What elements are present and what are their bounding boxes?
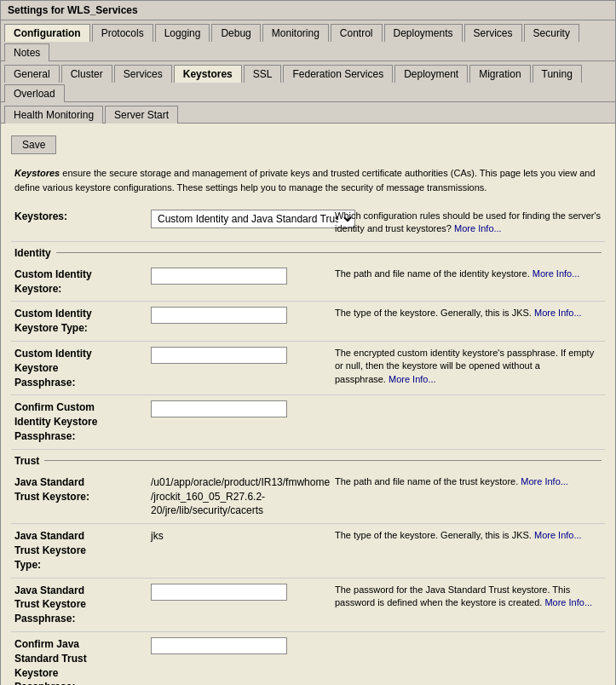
trust-section-divider: Trust (11, 450, 605, 470)
save-button-top[interactable]: Save (11, 135, 56, 154)
custom-identity-keystore-passphrase-control (151, 347, 321, 364)
java-standard-trust-keystore-passphrase-row: Java StandardTrust KeystorePassphrase: T… (11, 579, 605, 632)
java-standard-trust-keystore-passphrase-more[interactable]: More Info... (544, 597, 592, 607)
confirm-custom-identity-keystore-passphrase-row: Confirm CustomIdentity KeystorePassphras… (11, 395, 605, 449)
tab-deployment[interactable]: Deployment (394, 65, 468, 83)
tab-protocols[interactable]: Protocols (92, 24, 153, 42)
tab-control[interactable]: Control (331, 24, 383, 42)
java-standard-trust-keystore-type-value: jks (151, 530, 164, 542)
tab-overload[interactable]: Overload (4, 84, 65, 102)
java-standard-trust-keystore-more[interactable]: More Info... (521, 476, 568, 486)
custom-identity-keystore-more[interactable]: More Info... (533, 268, 580, 279)
custom-identity-keystore-type-control (151, 307, 321, 324)
custom-identity-keystore-type-input[interactable] (151, 307, 287, 324)
description-body: ensure the secure storage and management… (14, 168, 596, 193)
keystores-label: Keystores: (14, 210, 151, 224)
custom-identity-keystore-desc: The path and file name of the identity k… (321, 268, 602, 280)
java-standard-trust-keystore-row: Java StandardTrust Keystore: /u01/app/or… (11, 470, 605, 524)
confirm-java-standard-trust-keystore-passphrase-control (151, 637, 321, 654)
confirm-custom-identity-keystore-passphrase-input[interactable] (151, 400, 287, 417)
tab-server-start[interactable]: Server Start (105, 106, 178, 124)
custom-identity-keystore-label: Custom IdentityKeystore: (14, 268, 151, 296)
custom-identity-keystore-type-label: Custom IdentityKeystore Type: (14, 307, 151, 336)
tab-bar-2: General Cluster Services Keystores SSL F… (1, 61, 615, 102)
tab-health-monitoring[interactable]: Health Monitoring (4, 106, 103, 124)
java-standard-trust-keystore-passphrase-label: Java StandardTrust KeystorePassphrase: (14, 584, 151, 626)
java-standard-trust-keystore-passphrase-input[interactable] (151, 584, 287, 601)
tab-tuning[interactable]: Tuning (533, 65, 582, 83)
confirm-java-standard-trust-keystore-passphrase-row: Confirm JavaStandard TrustKeystorePassph… (11, 632, 605, 685)
identity-section-divider: Identity (11, 242, 605, 262)
java-standard-trust-keystore-passphrase-control (151, 584, 321, 601)
custom-identity-keystore-passphrase-label: Custom IdentityKeystorePassphrase: (14, 347, 151, 389)
tab-configuration[interactable]: Configuration (4, 24, 90, 42)
custom-identity-keystore-row: Custom IdentityKeystore: The path and fi… (11, 262, 605, 302)
java-standard-trust-keystore-type-control: jks (151, 529, 321, 544)
tab-migration[interactable]: Migration (469, 65, 530, 83)
java-standard-trust-keystore-passphrase-desc: The password for the Java Standard Trust… (321, 584, 602, 610)
custom-identity-keystore-passphrase-more[interactable]: More Info... (389, 374, 436, 384)
content-area: Save Keystores ensure the secure storage… (1, 124, 615, 685)
tab-cluster[interactable]: Cluster (61, 65, 112, 83)
custom-identity-keystore-passphrase-row: Custom IdentityKeystorePassphrase: The e… (11, 342, 605, 395)
tab-monitoring[interactable]: Monitoring (262, 24, 329, 42)
java-standard-trust-keystore-value: /u01/app/oracle/product/IR13/fmwhome/jro… (151, 476, 330, 517)
description-text: Keystores ensure the secure storage and … (11, 166, 605, 194)
title-bar: Settings for WLS_Services (1, 1, 615, 20)
tab-bar-1: Configuration Protocols Logging Debug Mo… (1, 20, 615, 61)
confirm-java-standard-trust-keystore-passphrase-input[interactable] (151, 637, 287, 654)
tab-security[interactable]: Security (524, 24, 579, 42)
custom-identity-keystore-input[interactable] (151, 268, 287, 285)
custom-identity-keystore-passphrase-desc: The encrypted custom identity keystore's… (321, 347, 602, 386)
description-intro: Keystores (14, 168, 60, 178)
tab-federation-services[interactable]: Federation Services (283, 65, 393, 83)
confirm-custom-identity-keystore-passphrase-label: Confirm CustomIdentity KeystorePassphras… (14, 400, 151, 443)
java-standard-trust-keystore-type-more[interactable]: More Info... (534, 530, 582, 540)
custom-identity-keystore-type-desc: The type of the keystore. Generally, thi… (321, 307, 602, 319)
tab-services-sub[interactable]: Services (114, 65, 172, 83)
tab-ssl[interactable]: SSL (244, 65, 282, 83)
custom-identity-keystore-passphrase-input[interactable] (151, 347, 287, 364)
tab-logging[interactable]: Logging (155, 24, 210, 42)
main-window: Settings for WLS_Services Configuration … (0, 0, 616, 685)
confirm-custom-identity-keystore-passphrase-control (151, 400, 321, 417)
confirm-java-standard-trust-keystore-passphrase-label: Confirm JavaStandard TrustKeystorePassph… (14, 637, 151, 685)
keystores-more-info[interactable]: More Info... (454, 223, 502, 233)
java-standard-trust-keystore-control: /u01/app/oracle/product/IR13/fmwhome/jro… (151, 475, 321, 518)
tab-bar-3: Health Monitoring Server Start (1, 102, 615, 124)
trust-divider-line (44, 460, 602, 461)
java-standard-trust-keystore-type-row: Java StandardTrust KeystoreType: jks The… (11, 524, 605, 578)
tab-notes[interactable]: Notes (4, 43, 49, 61)
custom-identity-keystore-control (151, 268, 321, 285)
java-standard-trust-keystore-label: Java StandardTrust Keystore: (14, 475, 151, 504)
keystores-row: Keystores: Custom Identity and Java Stan… (11, 204, 605, 242)
identity-section-label: Identity (14, 247, 51, 259)
tab-keystores[interactable]: Keystores (174, 65, 242, 83)
keystores-select-wrapper: Custom Identity and Java Standard Trust … (151, 210, 321, 228)
java-standard-trust-keystore-type-desc: The type of the keystore. Generally, thi… (321, 529, 602, 542)
identity-divider-line (56, 252, 602, 253)
window-title: Settings for WLS_Services (8, 4, 138, 16)
trust-section-label: Trust (14, 455, 39, 467)
tab-deployments[interactable]: Deployments (384, 24, 463, 42)
custom-identity-keystore-type-more[interactable]: More Info... (534, 308, 582, 318)
java-standard-trust-keystore-type-label: Java StandardTrust KeystoreType: (14, 529, 151, 572)
java-standard-trust-keystore-desc: The path and file name of the trust keys… (321, 475, 602, 488)
custom-identity-keystore-type-row: Custom IdentityKeystore Type: The type o… (11, 302, 605, 342)
tab-general[interactable]: General (4, 65, 60, 83)
tab-debug[interactable]: Debug (211, 24, 260, 42)
tab-services[interactable]: Services (464, 24, 522, 42)
keystores-desc: Which configuration rules should be used… (321, 210, 602, 236)
